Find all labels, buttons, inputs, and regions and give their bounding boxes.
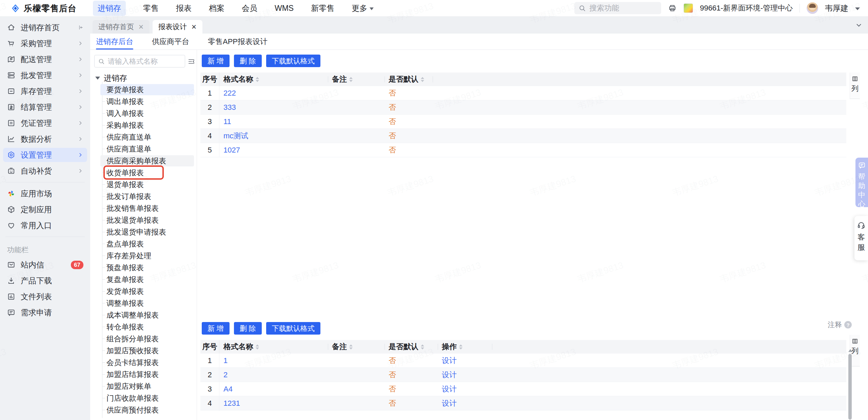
subtab-进销存后台[interactable]: 进销存后台 xyxy=(96,34,133,49)
tree-item-批发退货单报表[interactable]: 批发退货单报表 xyxy=(90,214,197,226)
design-link[interactable]: 设计 xyxy=(442,398,457,408)
tree-expand-caret-icon[interactable] xyxy=(95,77,100,80)
sidebar-item-凭证管理[interactable]: 凭证管理 xyxy=(3,116,87,130)
help-question-icon[interactable]: ? xyxy=(844,321,852,328)
column-header-备注[interactable]: 备注 xyxy=(328,73,384,86)
nav-item-会员[interactable]: 会员 xyxy=(242,3,257,14)
tree-item-组合拆分单报表[interactable]: 组合拆分单报表 xyxy=(90,333,197,345)
column-header-格式名称[interactable]: 格式名称 xyxy=(219,73,328,86)
subtab-零售APP报表设计[interactable]: 零售APP报表设计 xyxy=(208,34,268,49)
table2-vertical-scrollbar[interactable] xyxy=(848,348,852,420)
sidebar-item-进销存首页[interactable]: 进销存首页 xyxy=(3,20,87,35)
username[interactable]: 韦厚建 xyxy=(825,3,848,14)
add-button[interactable]: 新 增 xyxy=(202,55,230,67)
sidebar-item-设置管理[interactable]: 设置管理 xyxy=(3,148,87,162)
sidebar-item-产品下载[interactable]: 产品下载 xyxy=(3,274,87,288)
tree-item-收货单报表[interactable]: 收货单报表 xyxy=(90,167,197,179)
sort-icon[interactable] xyxy=(421,77,424,82)
sidebar-item-常用入口[interactable]: 常用入口 xyxy=(3,218,87,233)
delete-button[interactable]: 删 除 xyxy=(234,55,262,67)
format-search-input[interactable]: 请输入格式名称 xyxy=(94,55,185,67)
tree-item-调入单报表[interactable]: 调入单报表 xyxy=(90,107,197,119)
tree-item-成本调整单报表[interactable]: 成本调整单报表 xyxy=(90,309,197,321)
format-name-link[interactable]: 11 xyxy=(223,117,231,126)
tree-item-复盘单报表[interactable]: 复盘单报表 xyxy=(90,274,197,285)
subtab-供应商平台[interactable]: 供应商平台 xyxy=(152,34,189,49)
tab-报表设计[interactable]: 报表设计✕ xyxy=(153,20,202,34)
format-name-link[interactable]: 1027 xyxy=(223,146,240,155)
tree-item-盘点单报表[interactable]: 盘点单报表 xyxy=(90,238,197,250)
tree-item-批发退货申请报表[interactable]: 批发退货申请报表 xyxy=(90,226,197,238)
sidebar-item-采购管理[interactable]: 采购管理 xyxy=(3,36,87,51)
tree-item-转仓单报表[interactable]: 转仓单报表 xyxy=(90,321,197,333)
format-name-link[interactable]: 2 xyxy=(223,371,228,379)
format-name-link[interactable]: A4 xyxy=(223,385,233,394)
column-header-操作[interactable]: 操作 xyxy=(438,340,492,354)
sidebar-item-定制应用[interactable]: 定制应用 xyxy=(3,202,87,217)
tree-item-批发订单报表[interactable]: 批发订单报表 xyxy=(90,191,197,202)
close-icon[interactable]: ✕ xyxy=(138,23,144,31)
sidebar-item-数据分析[interactable]: 数据分析 xyxy=(3,132,87,146)
tree-item-调出单报表[interactable]: 调出单报表 xyxy=(90,96,197,107)
nav-item-WMS[interactable]: WMS xyxy=(275,4,294,13)
tenant-name[interactable]: 99661-新界面环境-管理中心 xyxy=(700,3,793,13)
format-name-link[interactable]: 333 xyxy=(223,103,236,112)
tree-item-供应商预付报表[interactable]: 供应商预付报表 xyxy=(90,404,197,416)
sidebar-item-配送管理[interactable]: 配送管理 xyxy=(3,52,87,66)
tree-item-加盟店预收报表[interactable]: 加盟店预收报表 xyxy=(90,345,197,357)
nav-item-档案[interactable]: 档案 xyxy=(209,3,224,14)
column-settings-button-1[interactable]: 列 xyxy=(850,73,860,99)
download-default-format-button[interactable]: 下载默认格式 xyxy=(266,55,320,67)
design-link[interactable]: 设计 xyxy=(442,384,457,394)
column-header-是否默认[interactable]: 是否默认 xyxy=(384,340,438,354)
sidebar-item-应用市场[interactable]: 应用市场 xyxy=(3,186,87,201)
customer-service-tab[interactable]: 客服 xyxy=(854,216,868,260)
tree-item-供应商采购单报表[interactable]: 供应商采购单报表 xyxy=(90,155,197,167)
sort-icon[interactable] xyxy=(421,344,424,349)
printer-icon[interactable] xyxy=(668,4,677,13)
user-avatar[interactable] xyxy=(807,2,818,14)
nav-item-更多[interactable]: 更多 xyxy=(352,3,374,14)
close-icon[interactable]: ✕ xyxy=(191,23,197,31)
design-link[interactable]: 设计 xyxy=(442,370,457,380)
format-name-link[interactable]: 1231 xyxy=(223,399,240,408)
sort-icon[interactable] xyxy=(349,344,353,349)
tree-item-供应商直退单[interactable]: 供应商直退单 xyxy=(90,143,197,155)
scrollbar-thumb[interactable] xyxy=(848,354,852,420)
collapse-tree-panel-icon[interactable] xyxy=(188,58,195,65)
sidebar-item-站内信[interactable]: 站内信67 xyxy=(3,258,87,272)
column-header-备注[interactable]: 备注 xyxy=(328,340,384,354)
tree-item-退货单报表[interactable]: 退货单报表 xyxy=(90,179,197,191)
download-default-format-button[interactable]: 下载默认格式 xyxy=(266,322,320,335)
help-center-tab[interactable]: 帮助中心 xyxy=(855,158,868,207)
sidebar-item-结算管理[interactable]: 结算管理 xyxy=(3,100,87,114)
tree-root-insale[interactable]: 进销存 xyxy=(95,73,127,83)
add-button[interactable]: 新 增 xyxy=(202,322,230,335)
sidebar-item-批发管理[interactable]: 批发管理 xyxy=(3,68,87,82)
format-name-link[interactable]: 1 xyxy=(223,356,228,365)
scroll-up-arrow-icon[interactable] xyxy=(848,349,852,352)
column-header-是否默认[interactable]: 是否默认 xyxy=(384,73,433,86)
tab-进销存首页[interactable]: 进销存首页✕ xyxy=(93,20,150,34)
user-menu-chevron-down-icon[interactable] xyxy=(855,7,860,10)
sidebar-item-需求申请[interactable]: 需求申请 xyxy=(3,305,87,320)
sort-icon[interactable] xyxy=(349,77,353,82)
column-header-格式名称[interactable]: 格式名称 xyxy=(219,340,328,354)
tree-item-预盘单报表[interactable]: 预盘单报表 xyxy=(90,262,197,274)
nav-item-报表[interactable]: 报表 xyxy=(176,3,192,14)
global-search-input[interactable]: 搜索功能 xyxy=(574,2,661,14)
sidebar-item-文件列表[interactable]: 文件列表 xyxy=(3,289,87,304)
tree-item-批发销售单报表[interactable]: 批发销售单报表 xyxy=(90,202,197,214)
tree-item-门店收款单报表[interactable]: 门店收款单报表 xyxy=(90,392,197,404)
delete-button[interactable]: 删 除 xyxy=(234,322,262,335)
tree-item-调整单报表[interactable]: 调整单报表 xyxy=(90,297,197,309)
sidebar-item-自动补货[interactable]: 自动补货 xyxy=(3,164,87,178)
design-link[interactable]: 设计 xyxy=(442,356,457,366)
tree-item-加盟店结算报表[interactable]: 加盟店结算报表 xyxy=(90,368,197,380)
tree-item-供应商直送单[interactable]: 供应商直送单 xyxy=(90,131,197,143)
nav-item-新零售[interactable]: 新零售 xyxy=(311,3,334,14)
sort-icon[interactable] xyxy=(256,344,259,349)
tree-item-要货单报表[interactable]: 要货单报表 xyxy=(90,84,197,96)
tab-list-chevron-down-icon[interactable] xyxy=(855,21,868,29)
tree-item-库存差异处理[interactable]: 库存差异处理 xyxy=(90,250,197,262)
